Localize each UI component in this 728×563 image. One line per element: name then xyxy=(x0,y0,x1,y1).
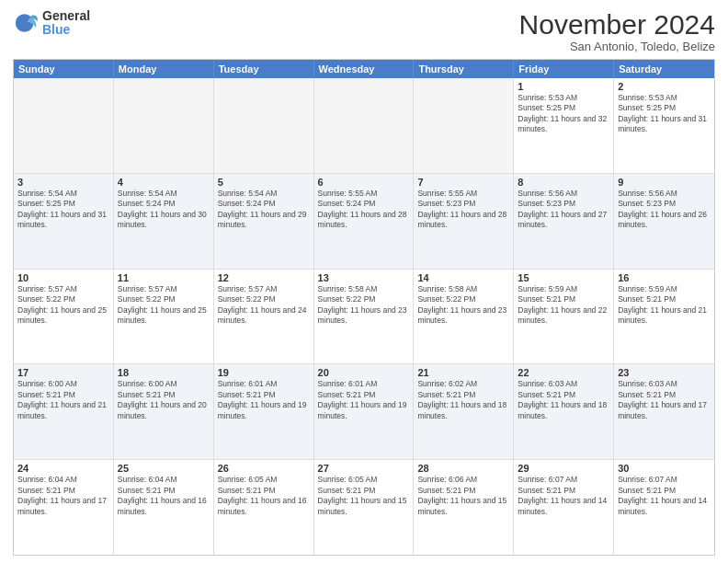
day-number: 12 xyxy=(218,272,310,283)
day-cell-19: 19Sunrise: 6:01 AMSunset: 5:21 PMDayligh… xyxy=(214,364,314,459)
day-cell-11: 11Sunrise: 5:57 AMSunset: 5:22 PMDayligh… xyxy=(114,270,214,364)
logo-line1: General xyxy=(42,9,90,23)
day-cell-14: 14Sunrise: 5:58 AMSunset: 5:22 PMDayligh… xyxy=(414,270,514,364)
day-cell-3: 3Sunrise: 5:54 AMSunset: 5:25 PMDaylight… xyxy=(14,174,114,269)
day-number: 23 xyxy=(618,367,711,378)
day-number: 17 xyxy=(17,367,109,378)
calendar-location: San Antonio, Toledo, Belize xyxy=(519,40,715,53)
day-cell-6: 6Sunrise: 5:55 AMSunset: 5:24 PMDaylight… xyxy=(314,174,415,269)
day-cell-16: 16Sunrise: 5:59 AMSunset: 5:21 PMDayligh… xyxy=(614,270,714,364)
day-cell-24: 24Sunrise: 6:04 AMSunset: 5:21 PMDayligh… xyxy=(14,460,114,555)
header: General Blue November 2024 San Antonio, … xyxy=(13,9,715,53)
day-cell-25: 25Sunrise: 6:04 AMSunset: 5:21 PMDayligh… xyxy=(114,460,214,555)
day-cell-30: 30Sunrise: 6:07 AMSunset: 5:21 PMDayligh… xyxy=(614,460,714,555)
day-info: Sunrise: 5:55 AMSunset: 5:24 PMDaylight:… xyxy=(318,189,410,231)
week-row-3: 10Sunrise: 5:57 AMSunset: 5:22 PMDayligh… xyxy=(14,270,714,365)
calendar-header: SundayMondayTuesdayWednesdayThursdayFrid… xyxy=(14,60,714,78)
day-info: Sunrise: 5:56 AMSunset: 5:23 PMDaylight:… xyxy=(518,189,609,231)
day-info: Sunrise: 6:00 AMSunset: 5:21 PMDaylight:… xyxy=(17,379,109,421)
logo-line2: Blue xyxy=(42,23,90,37)
day-number: 14 xyxy=(417,272,509,283)
day-cell-7: 7Sunrise: 5:55 AMSunset: 5:23 PMDaylight… xyxy=(414,174,514,269)
day-info: Sunrise: 5:58 AMSunset: 5:22 PMDaylight:… xyxy=(417,284,509,327)
logo-text: General Blue xyxy=(42,9,90,38)
day-cell-2: 2Sunrise: 5:53 AMSunset: 5:25 PMDaylight… xyxy=(614,78,714,173)
day-cell-10: 10Sunrise: 5:57 AMSunset: 5:22 PMDayligh… xyxy=(14,270,114,364)
day-info: Sunrise: 6:05 AMSunset: 5:21 PMDaylight:… xyxy=(318,475,410,517)
day-number: 1 xyxy=(518,81,609,92)
day-number: 18 xyxy=(118,367,210,378)
empty-cell xyxy=(414,78,514,173)
header-day-friday: Friday xyxy=(514,60,614,78)
day-number: 3 xyxy=(17,177,109,188)
week-row-5: 24Sunrise: 6:04 AMSunset: 5:21 PMDayligh… xyxy=(14,460,714,555)
day-number: 20 xyxy=(318,367,410,378)
week-row-1: 1Sunrise: 5:53 AMSunset: 5:25 PMDaylight… xyxy=(14,78,714,174)
day-info: Sunrise: 6:05 AMSunset: 5:21 PMDaylight:… xyxy=(218,475,310,517)
day-info: Sunrise: 6:06 AMSunset: 5:21 PMDaylight:… xyxy=(417,475,509,517)
day-cell-27: 27Sunrise: 6:05 AMSunset: 5:21 PMDayligh… xyxy=(314,460,415,555)
day-cell-17: 17Sunrise: 6:00 AMSunset: 5:21 PMDayligh… xyxy=(14,364,114,459)
day-number: 19 xyxy=(218,367,310,378)
day-number: 25 xyxy=(118,463,210,474)
day-number: 6 xyxy=(318,177,410,188)
page: General Blue November 2024 San Antonio, … xyxy=(0,0,728,563)
day-number: 28 xyxy=(417,463,509,474)
day-info: Sunrise: 5:58 AMSunset: 5:22 PMDaylight:… xyxy=(318,284,410,327)
day-cell-15: 15Sunrise: 5:59 AMSunset: 5:21 PMDayligh… xyxy=(514,270,614,364)
day-info: Sunrise: 6:02 AMSunset: 5:21 PMDaylight:… xyxy=(417,379,509,421)
title-block: November 2024 San Antonio, Toledo, Beliz… xyxy=(519,9,715,53)
day-number: 13 xyxy=(318,272,410,283)
day-number: 21 xyxy=(417,367,509,378)
day-cell-8: 8Sunrise: 5:56 AMSunset: 5:23 PMDaylight… xyxy=(514,174,614,269)
day-info: Sunrise: 5:53 AMSunset: 5:25 PMDaylight:… xyxy=(618,93,711,135)
day-info: Sunrise: 5:57 AMSunset: 5:22 PMDaylight:… xyxy=(118,284,210,327)
calendar: SundayMondayTuesdayWednesdayThursdayFrid… xyxy=(13,59,715,556)
day-info: Sunrise: 6:00 AMSunset: 5:21 PMDaylight:… xyxy=(118,379,210,421)
day-number: 8 xyxy=(518,177,609,188)
calendar-title: November 2024 xyxy=(519,9,715,40)
day-number: 16 xyxy=(618,272,711,283)
day-info: Sunrise: 6:04 AMSunset: 5:21 PMDaylight:… xyxy=(17,475,109,517)
day-info: Sunrise: 5:56 AMSunset: 5:23 PMDaylight:… xyxy=(618,189,711,231)
day-info: Sunrise: 5:54 AMSunset: 5:25 PMDaylight:… xyxy=(17,189,109,231)
day-cell-21: 21Sunrise: 6:02 AMSunset: 5:21 PMDayligh… xyxy=(414,364,514,459)
day-info: Sunrise: 6:07 AMSunset: 5:21 PMDaylight:… xyxy=(618,475,711,517)
day-info: Sunrise: 5:55 AMSunset: 5:23 PMDaylight:… xyxy=(417,189,509,231)
header-day-monday: Monday xyxy=(114,60,214,78)
day-info: Sunrise: 5:54 AMSunset: 5:24 PMDaylight:… xyxy=(218,189,310,231)
day-cell-23: 23Sunrise: 6:03 AMSunset: 5:21 PMDayligh… xyxy=(614,364,714,459)
day-number: 29 xyxy=(518,463,609,474)
day-number: 11 xyxy=(118,272,210,283)
week-row-4: 17Sunrise: 6:00 AMSunset: 5:21 PMDayligh… xyxy=(14,364,714,460)
day-cell-22: 22Sunrise: 6:03 AMSunset: 5:21 PMDayligh… xyxy=(514,364,614,459)
day-cell-12: 12Sunrise: 5:57 AMSunset: 5:22 PMDayligh… xyxy=(214,270,314,364)
logo: General Blue xyxy=(13,9,90,38)
day-cell-29: 29Sunrise: 6:07 AMSunset: 5:21 PMDayligh… xyxy=(514,460,614,555)
day-cell-20: 20Sunrise: 6:01 AMSunset: 5:21 PMDayligh… xyxy=(314,364,415,459)
header-day-saturday: Saturday xyxy=(614,60,714,78)
week-row-2: 3Sunrise: 5:54 AMSunset: 5:25 PMDaylight… xyxy=(14,174,714,270)
day-number: 7 xyxy=(417,177,509,188)
day-number: 30 xyxy=(618,463,711,474)
day-info: Sunrise: 6:03 AMSunset: 5:21 PMDaylight:… xyxy=(618,379,711,421)
day-number: 2 xyxy=(618,81,711,92)
calendar-body: 1Sunrise: 5:53 AMSunset: 5:25 PMDaylight… xyxy=(14,78,714,555)
day-info: Sunrise: 6:04 AMSunset: 5:21 PMDaylight:… xyxy=(118,475,210,517)
logo-icon xyxy=(13,10,39,36)
day-number: 22 xyxy=(518,367,609,378)
day-info: Sunrise: 5:53 AMSunset: 5:25 PMDaylight:… xyxy=(518,93,609,135)
header-day-wednesday: Wednesday xyxy=(314,60,415,78)
empty-cell xyxy=(314,78,415,173)
day-number: 26 xyxy=(218,463,310,474)
day-info: Sunrise: 5:59 AMSunset: 5:21 PMDaylight:… xyxy=(618,284,711,327)
day-number: 24 xyxy=(17,463,109,474)
day-info: Sunrise: 6:01 AMSunset: 5:21 PMDaylight:… xyxy=(318,379,410,421)
day-info: Sunrise: 5:54 AMSunset: 5:24 PMDaylight:… xyxy=(118,189,210,231)
day-cell-28: 28Sunrise: 6:06 AMSunset: 5:21 PMDayligh… xyxy=(414,460,514,555)
day-cell-1: 1Sunrise: 5:53 AMSunset: 5:25 PMDaylight… xyxy=(514,78,614,173)
day-info: Sunrise: 5:57 AMSunset: 5:22 PMDaylight:… xyxy=(17,284,109,327)
day-number: 4 xyxy=(118,177,210,188)
day-number: 15 xyxy=(518,272,609,283)
day-info: Sunrise: 6:07 AMSunset: 5:21 PMDaylight:… xyxy=(518,475,609,517)
